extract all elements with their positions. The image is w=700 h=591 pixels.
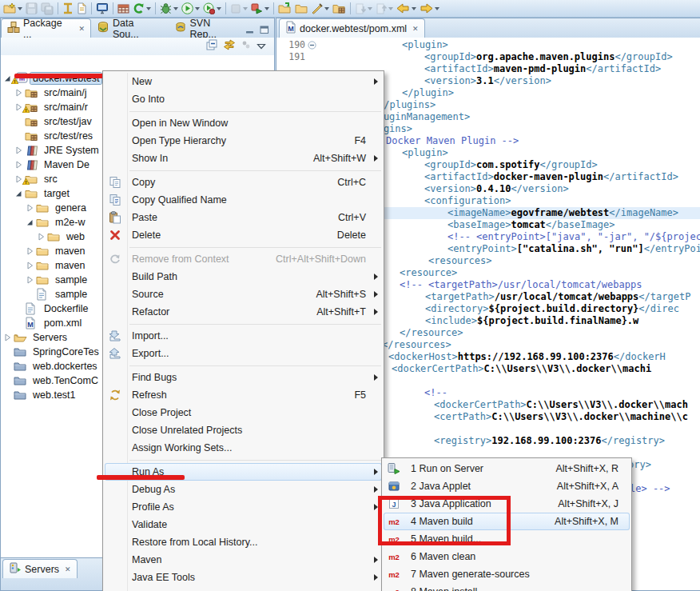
- menu-item-validate[interactable]: Validate: [105, 516, 382, 533]
- tree-item-src[interactable]: !src: [14, 172, 60, 186]
- dropdown-caret-icon[interactable]: [195, 7, 200, 10]
- menu-item-go-into[interactable]: Go Into: [105, 90, 382, 108]
- tree-item-web-test1[interactable]: web.test1: [2, 388, 78, 402]
- expand-twisty-icon[interactable]: [14, 160, 23, 170]
- tree-item-springcoretes[interactable]: SpringCoreTes: [2, 345, 101, 359]
- menu-item-refactor[interactable]: RefactorAlt+Shift+T: [105, 303, 382, 321]
- tree-item-genera[interactable]: genera: [25, 201, 89, 215]
- tree-item-m2e-w[interactable]: m2e-w: [25, 215, 88, 230]
- tab-data-sou[interactable]: Data Sou...: [91, 19, 169, 38]
- menu-item-2-java-applet[interactable]: 2 Java AppletAlt+Shift+X, A: [384, 477, 630, 495]
- paintbrush-button[interactable]: [309, 1, 331, 17]
- menu-item-refresh[interactable]: RefreshF5: [105, 386, 382, 404]
- close-icon[interactable]: ✕: [78, 25, 85, 33]
- console-monitor-button[interactable]: [94, 1, 110, 17]
- menu-item-import[interactable]: Import...: [105, 327, 382, 345]
- maximize-view-button[interactable]: [260, 23, 269, 38]
- menu-item-close-unrelated-projects[interactable]: Close Unrelated Projects: [105, 421, 382, 439]
- tree-item-src-test-res[interactable]: src/test/res: [14, 129, 95, 143]
- prev-annotation-button[interactable]: [374, 1, 395, 17]
- menu-item-debug-as[interactable]: Debug As: [105, 481, 382, 498]
- menu-item-open-in-new-window[interactable]: Open in New Window: [105, 114, 382, 132]
- menu-item-paste[interactable]: PasteCtrl+V: [105, 209, 382, 226]
- stop-square-button[interactable]: [229, 1, 249, 17]
- menu-item-egovframe[interactable]: eGovFrame: [105, 586, 382, 591]
- dropdown-caret-icon[interactable]: [388, 7, 393, 10]
- menu-item-maven[interactable]: Maven: [105, 551, 382, 569]
- tree-item-maven[interactable]: maven: [25, 244, 88, 258]
- menu-item-delete[interactable]: DeleteDelete: [105, 226, 382, 244]
- import-folder-button[interactable]: [276, 1, 293, 17]
- dropdown-caret-icon[interactable]: [264, 7, 269, 10]
- expand-twisty-icon[interactable]: [25, 275, 34, 285]
- run-coverage-button[interactable]: [201, 1, 223, 17]
- tab-svn-rep[interactable]: SVN Rep...: [169, 19, 245, 38]
- dropdown-caret-icon[interactable]: [412, 7, 416, 10]
- expand-twisty-icon[interactable]: [25, 203, 34, 213]
- tree-item-pom-xml[interactable]: Mpom.xml: [14, 316, 84, 330]
- dropdown-caret-icon[interactable]: [146, 7, 151, 10]
- tree-item-src-main-r[interactable]: !src/main/r: [14, 100, 90, 114]
- menu-item-7-maven-generate-sources[interactable]: m27 Maven generate-sources: [384, 565, 630, 583]
- dropdown-caret-icon[interactable]: [243, 7, 248, 10]
- menu-item-restore-from-local-history[interactable]: Restore from Local History...: [105, 533, 382, 551]
- web-package-button[interactable]: [331, 1, 348, 17]
- expand-twisty-icon[interactable]: [25, 261, 34, 270]
- menu-item-open-type-hierarchy[interactable]: Open Type HierarchyF4: [105, 132, 382, 150]
- forward-arrow-button[interactable]: [418, 1, 441, 17]
- tree-item-jre-system[interactable]: JRE System: [14, 143, 101, 158]
- menu-item-export[interactable]: Export...: [105, 345, 382, 362]
- checkout-sync-button[interactable]: [131, 1, 153, 17]
- back-arrow-button[interactable]: [395, 1, 418, 17]
- save-all-button[interactable]: [39, 1, 55, 17]
- db-table-button[interactable]: [116, 1, 131, 17]
- run-tool-button[interactable]: [249, 1, 271, 17]
- dropdown-caret-icon[interactable]: [368, 7, 372, 10]
- collapse-twisty-icon[interactable]: [25, 218, 34, 227]
- tree-item-web-dockertes[interactable]: web.dockertes: [2, 359, 100, 373]
- menu-item-remove-from-context[interactable]: Remove from ContextCtrl+Alt+Shift+Down: [105, 250, 382, 268]
- tree-item-maven[interactable]: maven: [25, 258, 88, 273]
- tree-item-dockerfile[interactable]: Dockerfile: [14, 301, 91, 316]
- link-editor-button[interactable]: [223, 38, 236, 54]
- collapse-all-button[interactable]: [205, 38, 218, 54]
- dropdown-caret-icon[interactable]: [324, 7, 329, 10]
- expand-twisty-icon[interactable]: [36, 232, 46, 242]
- folder-plain-button[interactable]: [293, 1, 309, 17]
- menu-item-source[interactable]: SourceAlt+Shift+S: [105, 286, 382, 303]
- run-play-button[interactable]: [180, 1, 201, 17]
- view-menu-button[interactable]: [257, 39, 266, 54]
- menu-item-show-in[interactable]: Show InAlt+Shift+W: [105, 150, 382, 167]
- save-button[interactable]: [24, 1, 39, 17]
- dropdown-caret-icon[interactable]: [173, 7, 178, 10]
- fold-collapse-icon[interactable]: [308, 41, 316, 52]
- dropdown-caret-icon[interactable]: [217, 7, 221, 10]
- dots-button[interactable]: [241, 39, 252, 54]
- tab-servers[interactable]: Servers✕: [2, 559, 78, 578]
- menu-item-new[interactable]: New: [105, 73, 382, 90]
- menu-item-find-bugs[interactable]: Find Bugs: [105, 369, 382, 386]
- menu-item-close-project[interactable]: Close Project: [105, 404, 382, 421]
- menu-item-1-run-on-server[interactable]: 1 Run on ServerAlt+Shift+X, R: [384, 460, 630, 477]
- menu-item-copy[interactable]: CopyCtrl+C: [105, 174, 382, 191]
- dropdown-caret-icon[interactable]: [435, 7, 439, 10]
- menu-item-assign-working-sets[interactable]: Assign Working Sets...: [105, 439, 382, 457]
- close-icon[interactable]: ✕: [65, 565, 71, 573]
- menu-item-profile-as[interactable]: Profile As: [105, 498, 382, 516]
- collapse-twisty-icon[interactable]: [14, 189, 23, 198]
- menu-item-java-ee-tools[interactable]: Java EE Tools: [105, 569, 382, 586]
- expand-twisty-icon[interactable]: [25, 246, 34, 256]
- expand-twisty-icon[interactable]: [14, 146, 23, 155]
- expand-twisty-icon[interactable]: [14, 88, 23, 98]
- menu-item-8-maven-install[interactable]: m28 Maven install: [384, 583, 630, 591]
- expand-twisty-icon[interactable]: [2, 333, 12, 342]
- next-annotation-button[interactable]: [353, 1, 374, 17]
- debug-bug-button[interactable]: [158, 1, 180, 17]
- code-line[interactable]: <groupId>org.apache.maven.plugins</group…: [323, 51, 700, 63]
- tree-item-src-test-jav[interactable]: src/test/jav: [14, 114, 94, 129]
- minimize-view-button[interactable]: [245, 23, 255, 38]
- dropdown-caret-icon[interactable]: [18, 7, 22, 10]
- tree-item-src-main-j[interactable]: src/main/j: [14, 86, 89, 100]
- code-line[interactable]: <plugin>: [323, 39, 700, 51]
- jar-tool-button[interactable]: [61, 1, 75, 17]
